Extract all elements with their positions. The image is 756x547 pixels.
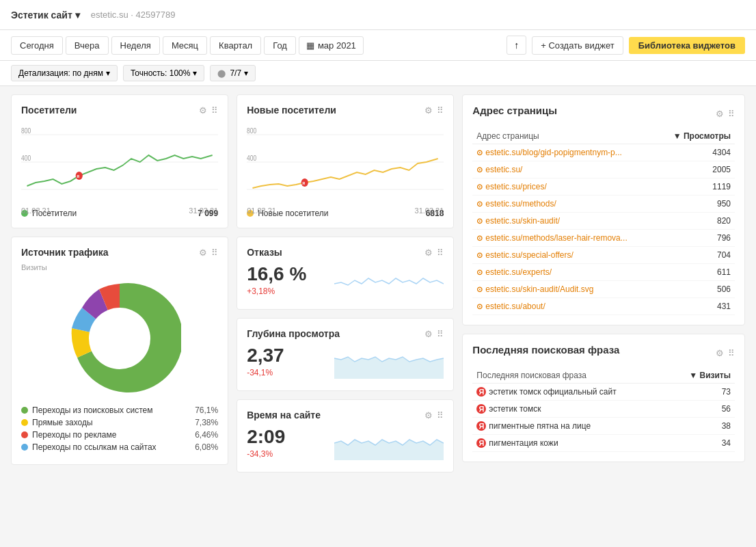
grid-icon[interactable]: ⠿ xyxy=(437,248,444,258)
date-picker[interactable]: ▦ мар 2021 xyxy=(299,36,364,55)
card-actions[interactable]: ⚙ ⠿ xyxy=(199,248,218,258)
col-views[interactable]: ▼ Просмотры xyxy=(658,129,735,144)
table-row: ⊙estetic.su/blog/gid-popigmentnym-p...43… xyxy=(472,144,735,161)
card-actions[interactable]: ⚙ ⠿ xyxy=(716,348,735,358)
settings-icon[interactable]: ⚙ xyxy=(424,248,433,258)
chevron-down-icon: ▾ xyxy=(106,68,110,78)
table-row: ⊙estetic.su/skin-audit/820 xyxy=(472,213,735,230)
traffic-legend: Переходы из поисковых систем 76,1% Прямы… xyxy=(21,405,218,452)
visitors-title: Посетители xyxy=(21,105,77,116)
filter-toolbar: Детализация: по дням ▾ Точность: 100% ▾ … xyxy=(0,61,756,86)
svg-point-7 xyxy=(89,308,150,369)
grid-icon[interactable]: ⠿ xyxy=(728,348,735,358)
bounce-value: 16,6 % xyxy=(247,263,334,285)
grid-icon[interactable]: ⠿ xyxy=(728,109,735,119)
url-cell[interactable]: ⊙estetic.su/ xyxy=(476,165,627,174)
settings-icon[interactable]: ⚙ xyxy=(424,329,433,339)
settings-icon[interactable]: ⚙ xyxy=(424,410,433,421)
header: Эстетик сайт ▾ estetic.su · 42597789 xyxy=(0,0,756,30)
time-header: Время на сайте ⚙ ⠿ xyxy=(247,410,444,421)
view-count: 950 xyxy=(658,196,735,213)
settings-icon[interactable]: ⚙ xyxy=(199,105,207,116)
grid-icon[interactable]: ⠿ xyxy=(211,248,218,258)
create-widget-button[interactable]: + Создать виджет xyxy=(532,36,623,55)
period-quarter[interactable]: Квартал xyxy=(210,36,261,55)
period-week[interactable]: Неделя xyxy=(111,36,160,55)
export-button[interactable]: ↑ xyxy=(507,36,526,55)
visit-count: 38 xyxy=(669,418,735,435)
middle-column: Новые посетители ⚙ ⠿ 800 400 я xyxy=(237,94,454,472)
card-actions[interactable]: ⚙ ⠿ xyxy=(424,329,444,339)
url-cell[interactable]: ⊙estetic.su/blog/gid-popigmentnym-p... xyxy=(476,148,627,157)
grid-icon[interactable]: ⠿ xyxy=(437,105,444,116)
period-buttons: Сегодня Вчера Неделя Месяц Квартал Год ▦… xyxy=(11,36,364,55)
period-yesterday[interactable]: Вчера xyxy=(66,36,109,55)
phrase-cell[interactable]: Япигментные пятна на лице xyxy=(476,421,664,431)
calendar-icon: ▦ xyxy=(306,40,314,51)
segments-filter[interactable]: ⬤ 7/7 ▾ xyxy=(210,65,256,81)
grid-icon[interactable]: ⠿ xyxy=(437,410,444,421)
bounce-metric: 16,6 % +3,18% xyxy=(247,263,444,299)
time-mini-chart xyxy=(334,426,444,462)
period-month[interactable]: Месяц xyxy=(163,36,207,55)
table-row: ⊙estetic.su/2005 xyxy=(472,161,735,178)
visitors-card-header: Посетители ⚙ ⠿ xyxy=(21,105,218,116)
url-cell[interactable]: ⊙estetic.su/methods/ xyxy=(476,199,627,209)
search-phrase-title: Последняя поисковая фраза xyxy=(472,344,619,356)
url-cell[interactable]: ⊙estetic.su/experts/ xyxy=(476,267,627,277)
settings-icon[interactable]: ⚙ xyxy=(716,109,724,119)
new-visitors-card: Новые посетители ⚙ ⠿ 800 400 я xyxy=(237,94,454,228)
view-count: 611 xyxy=(658,264,735,281)
grid-icon[interactable]: ⠿ xyxy=(437,329,444,339)
depth-change: -34,1% xyxy=(247,368,334,377)
phrase-cell[interactable]: Яэстетик томск официальный сайт xyxy=(476,387,664,397)
legend-direct: Прямые заходы 7,38% xyxy=(21,418,218,427)
url-cell[interactable]: ⊙estetic.su/prices/ xyxy=(476,182,627,191)
card-actions[interactable]: ⚙ ⠿ xyxy=(424,248,444,258)
table-row: ⊙estetic.su/about/431 xyxy=(472,298,735,315)
grid-icon[interactable]: ⠿ xyxy=(211,105,218,116)
visit-count: 34 xyxy=(669,435,735,452)
settings-icon[interactable]: ⚙ xyxy=(199,248,207,258)
site-name[interactable]: Эстетик сайт ▾ xyxy=(11,10,80,21)
col-visits[interactable]: ▼ Визиты xyxy=(669,368,735,384)
period-today[interactable]: Сегодня xyxy=(11,36,63,55)
card-actions[interactable]: ⚙ ⠿ xyxy=(716,109,735,119)
url-cell[interactable]: ⊙estetic.su/skin-audit/Audit.svg xyxy=(476,284,627,294)
visitors-card: Посетители ⚙ ⠿ 800 400 xyxy=(11,94,228,228)
detail-filter[interactable]: Детализация: по дням ▾ xyxy=(11,65,118,81)
url-cell[interactable]: ⊙estetic.su/about/ xyxy=(476,302,627,311)
phrase-cell[interactable]: Яэстетик томск xyxy=(476,404,664,414)
card-actions[interactable]: ⚙ ⠿ xyxy=(424,105,444,116)
search-phrase-table: Последняя поисковая фраза ▼ Визиты Яэсте… xyxy=(472,368,735,452)
time-title: Время на сайте xyxy=(247,410,321,421)
favicon-icon: ⊙ xyxy=(476,217,483,226)
yandex-icon: Я xyxy=(476,421,486,431)
phrase-cell[interactable]: Япигментация кожи xyxy=(476,438,664,448)
yandex-icon: Я xyxy=(476,387,486,397)
chevron-down-icon: ▾ xyxy=(244,68,248,78)
period-year[interactable]: Год xyxy=(264,36,296,55)
view-count: 4304 xyxy=(658,144,735,161)
toolbar: Сегодня Вчера Неделя Месяц Квартал Год ▦… xyxy=(0,30,756,61)
favicon-icon: ⊙ xyxy=(476,148,483,157)
library-button[interactable]: Библиотека виджетов xyxy=(629,37,745,54)
settings-icon[interactable]: ⚙ xyxy=(424,105,433,116)
col-phrase: Последняя поисковая фраза xyxy=(472,368,669,384)
view-count: 704 xyxy=(658,247,735,264)
svg-text:800: 800 xyxy=(21,127,31,135)
url-cell[interactable]: ⊙estetic.su/skin-audit/ xyxy=(476,216,627,226)
search-phrase-header: Последняя поисковая фраза ⚙ ⠿ xyxy=(472,344,735,362)
accuracy-filter[interactable]: Точность: 100% ▾ xyxy=(123,65,204,81)
card-actions[interactable]: ⚙ ⠿ xyxy=(199,105,218,116)
right-column: Адрес страницы ⚙ ⠿ Адрес страницы ▼ Прос… xyxy=(462,94,745,472)
legend-ads: Переходы по рекламе 6,46% xyxy=(21,430,218,440)
table-row: ⊙estetic.su/skin-audit/Audit.svg506 xyxy=(472,281,735,298)
depth-header: Глубина просмотра ⚙ ⠿ xyxy=(247,328,444,339)
svg-text:400: 400 xyxy=(21,155,31,162)
legend-dot xyxy=(21,407,28,414)
card-actions[interactable]: ⚙ ⠿ xyxy=(424,410,444,421)
url-cell[interactable]: ⊙estetic.su/special-offers/ xyxy=(476,250,627,260)
settings-icon[interactable]: ⚙ xyxy=(716,348,724,358)
url-cell[interactable]: ⊙estetic.su/methods/laser-hair-remova... xyxy=(476,233,627,243)
